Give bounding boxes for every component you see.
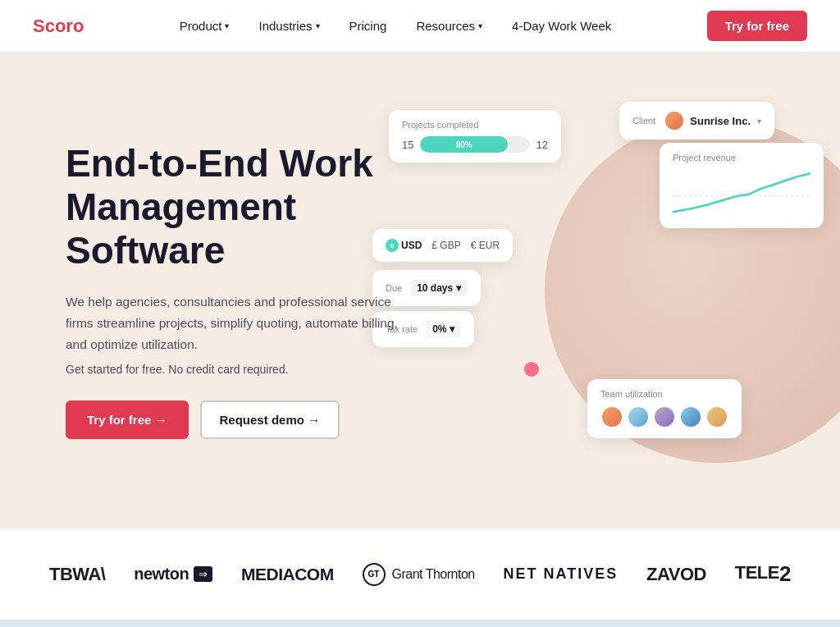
nav-industries[interactable]: Industries ▾ [247,12,331,39]
client-row: Client Sunrise Inc. ▾ [632,112,761,130]
hero-description: We help agencies, consultancies and prof… [66,291,410,355]
zavod-text: ZAVOD [646,564,706,585]
logo[interactable]: Scoro [33,16,84,37]
hero-visual: Projects completed 15 80% 12 Client Sunr… [364,77,840,504]
chevron-down-icon: ▾ [757,117,761,126]
projects-card-title: Projects completed [402,120,548,130]
logo-tele2: TELE2 [735,561,791,587]
revenue-title: Project revenue [673,153,810,162]
hero-subtitle: Get started for free. No credit card req… [66,363,410,376]
team-title: Team utilization [600,389,728,399]
newton-text: newton [134,565,189,584]
team-avatar-3 [653,405,676,428]
grantthornton-text: Grant Thornton [392,567,475,582]
client-card: Client Sunrise Inc. ▾ [619,102,774,140]
tax-value: 0% ▾ [426,321,461,337]
team-avatar-4 [679,405,702,428]
decorative-dot [524,362,539,377]
project-revenue-card: Project revenue [660,143,824,228]
team-avatar-2 [627,405,650,428]
client-name: Sunrise Inc. [690,115,751,127]
try-for-free-hero-button[interactable]: Try for free → [66,400,189,439]
try-for-free-button[interactable]: Try for free [707,11,807,41]
projects-completed-card: Projects completed 15 80% 12 [389,110,561,162]
chevron-down-icon: ▾ [450,323,454,335]
logo-grantthornton: GT Grant Thornton [363,563,475,586]
newton-arrow-icon: ⇒ [194,566,212,582]
tele2-text: TELE2 [735,561,791,587]
revenue-chart [673,169,810,218]
nav-4day[interactable]: 4-Day Work Week [500,12,623,39]
team-avatar-5 [705,405,728,428]
logo-s: S [33,16,45,36]
bottom-bar [0,620,840,627]
due-value: 10 days ▾ [410,280,468,296]
progress-bar: 80% [420,136,529,153]
logo-newton: newton ⇒ [134,565,212,584]
progress-right: 12 [536,139,548,151]
nav-product[interactable]: Product ▾ [168,12,241,39]
revenue-chart-svg [673,169,810,218]
chevron-down-icon: ▾ [478,21,482,30]
chevron-down-icon: ▾ [456,282,461,294]
team-avatars [600,405,728,428]
mediacom-text: MEDIACOM [241,565,334,584]
navbar: Scoro Product ▾ Industries ▾ Pricing Res… [0,0,840,53]
team-utilization-card: Team utilization [587,379,742,438]
nav-links: Product ▾ Industries ▾ Pricing Resources… [168,12,623,39]
logo-tbwa: TBWA\ [49,564,105,585]
logo-zavod: ZAVOD [646,564,706,585]
progress-label: 80% [456,140,472,149]
currency-eur: € EUR [471,240,500,251]
nav-resources[interactable]: Resources ▾ [404,12,494,39]
chevron-down-icon: ▾ [316,21,320,30]
hero-left: End-to-End Work Management Software We h… [66,142,410,439]
gt-circle-icon: GT [363,563,386,586]
progress-row: 15 80% 12 [402,136,548,153]
team-avatar-1 [600,405,623,428]
hero-buttons: Try for free → Request demo → [66,400,410,439]
nav-pricing[interactable]: Pricing [338,12,399,39]
hero-section: End-to-End Work Management Software We h… [0,53,840,529]
currency-gbp: £ GBP [431,240,460,251]
client-avatar [665,112,683,130]
netnatives-text: NET NATIVES [504,565,619,583]
client-label: Client [632,116,655,126]
logo-mediacom: MEDIACOM [241,565,334,584]
logo-netnatives: NET NATIVES [504,565,619,583]
request-demo-button[interactable]: Request demo → [200,400,340,439]
progress-fill: 80% [420,136,507,153]
logos-section: TBWA\ newton ⇒ MEDIACOM GT Grant Thornto… [0,529,840,620]
tbwa-text: TBWA\ [49,564,105,585]
logo-text: coro [45,16,84,36]
chevron-down-icon: ▾ [225,21,229,30]
hero-title: End-to-End Work Management Software [66,142,410,272]
